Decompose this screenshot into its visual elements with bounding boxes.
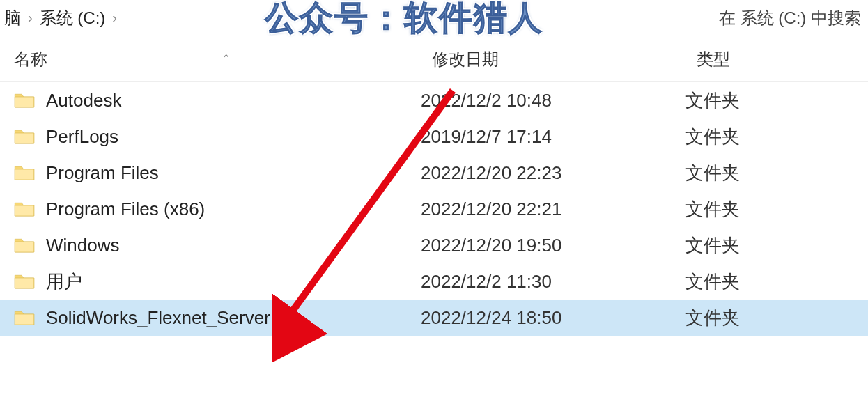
folder-icon (14, 127, 35, 146)
file-name-cell: Program Files (x86) (14, 199, 421, 220)
file-date-cell: 2022/12/24 18:50 (421, 307, 685, 329)
search-placeholder: 在 系统 (C:) 中搜索 (719, 7, 861, 29)
file-name-cell: Windows (14, 235, 421, 256)
breadcrumb-item-root[interactable]: 脑 (4, 7, 21, 29)
file-date-cell: 2022/12/20 19:50 (421, 235, 685, 256)
breadcrumb[interactable]: 脑 › 系统 (C:) › (0, 7, 124, 29)
folder-icon (14, 236, 35, 254)
file-name-cell: SolidWorks_Flexnet_Server (14, 307, 421, 329)
columns-header: 名称 ⌃ 修改日期 类型 (0, 36, 868, 82)
file-date-cell: 2022/12/20 22:23 (421, 162, 685, 184)
file-date-cell: 2022/12/2 11:30 (421, 271, 685, 293)
file-name-label: SolidWorks_Flexnet_Server (46, 307, 270, 329)
file-type-cell: 文件夹 (685, 88, 868, 113)
file-row[interactable]: 用户 2022/12/2 11:30 文件夹 (0, 263, 868, 300)
file-row[interactable]: Windows 2022/12/20 19:50 文件夹 (0, 227, 868, 263)
file-name-cell: Program Files (14, 162, 421, 184)
file-name-label: Windows (46, 235, 119, 256)
column-header-date[interactable]: 修改日期 (432, 48, 697, 70)
file-type-cell: 文件夹 (685, 270, 868, 294)
file-name-label: Autodesk (46, 90, 121, 111)
column-header-name[interactable]: 名称 ⌃ (14, 48, 432, 70)
breadcrumb-item-drive[interactable]: 系统 (C:) (40, 7, 106, 29)
file-type-cell: 文件夹 (685, 125, 868, 149)
file-name-label: Program Files (x86) (46, 199, 205, 220)
address-bar: 脑 › 系统 (C:) › 在 系统 (C:) 中搜索 (0, 0, 868, 36)
file-type-cell: 文件夹 (685, 233, 868, 258)
file-row[interactable]: Program Files (x86) 2022/12/20 22:21 文件夹 (0, 191, 868, 227)
file-name-label: PerfLogs (46, 126, 118, 148)
column-header-type[interactable]: 类型 (697, 48, 868, 70)
file-row[interactable]: SolidWorks_Flexnet_Server 2022/12/24 18:… (0, 300, 868, 336)
file-name-cell: Autodesk (14, 90, 421, 111)
search-box[interactable]: 在 系统 (C:) 中搜索 (719, 0, 861, 36)
file-type-cell: 文件夹 (685, 197, 868, 222)
file-row[interactable]: PerfLogs 2019/12/7 17:14 文件夹 (0, 118, 868, 155)
file-row[interactable]: Autodesk 2022/12/2 10:48 文件夹 (0, 82, 868, 118)
folder-icon (14, 309, 35, 327)
file-date-cell: 2022/12/20 22:21 (421, 199, 685, 220)
file-date-cell: 2022/12/2 10:48 (421, 90, 685, 111)
folder-icon (14, 200, 35, 218)
file-type-cell: 文件夹 (685, 161, 868, 185)
chevron-right-icon[interactable]: › (112, 10, 117, 26)
column-name-label: 名称 (14, 48, 47, 70)
folder-icon (14, 272, 35, 290)
file-type-cell: 文件夹 (685, 306, 868, 330)
folder-icon (14, 164, 35, 182)
sort-caret-icon: ⌃ (222, 52, 231, 65)
file-date-cell: 2019/12/7 17:14 (421, 126, 685, 148)
folder-icon (14, 91, 35, 109)
file-list: Autodesk 2022/12/2 10:48 文件夹 PerfLogs 20… (0, 82, 868, 336)
file-name-label: Program Files (46, 162, 159, 184)
file-row[interactable]: Program Files 2022/12/20 22:23 文件夹 (0, 155, 868, 191)
file-name-cell: 用户 (14, 270, 421, 294)
file-name-label: 用户 (46, 270, 82, 294)
file-name-cell: PerfLogs (14, 126, 421, 148)
chevron-right-icon[interactable]: › (28, 10, 33, 26)
